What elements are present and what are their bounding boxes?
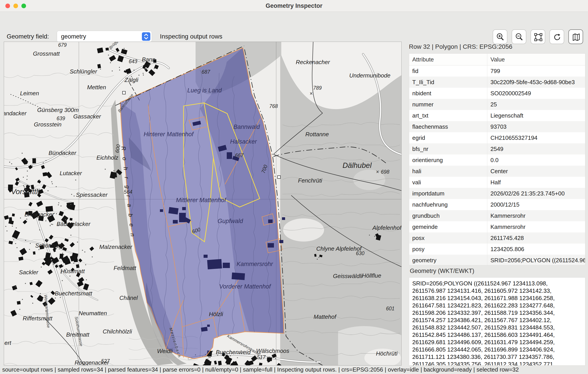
attr-name: hali bbox=[409, 166, 487, 177]
attr-row-nachfuehrung[interactable]: nachfuehrung2000/12/15 bbox=[409, 199, 585, 210]
attr-name: nummer bbox=[409, 99, 487, 110]
map-label: Buechertsmatt bbox=[55, 290, 93, 297]
attr-row-fid[interactable]: fid799 bbox=[409, 65, 585, 77]
map-label: Bündacker bbox=[49, 150, 77, 156]
map-label: × bbox=[310, 91, 313, 96]
attr-name: posx bbox=[409, 232, 487, 244]
map-label: Schürmatt bbox=[35, 242, 62, 249]
attr-row-posy[interactable]: posy1234205.806 bbox=[409, 244, 585, 255]
map-label: 601 bbox=[386, 306, 394, 312]
attr-row-flaechenmass[interactable]: flaechenmass93703 bbox=[409, 121, 585, 132]
attr-row-art_txt[interactable]: art_txtLiegenschaft bbox=[409, 110, 585, 121]
map-label: 639 bbox=[57, 115, 65, 121]
value-column-header: Value bbox=[487, 54, 585, 65]
map-label: Lutacker bbox=[60, 170, 82, 177]
map-label: Chlyne Alpfelehof bbox=[316, 245, 362, 252]
map-label: Spiessacker bbox=[76, 191, 108, 198]
attr-value: 2000/12/15 bbox=[487, 199, 585, 210]
map-label: 527 bbox=[101, 358, 110, 364]
zoom-extent-icon bbox=[534, 33, 543, 42]
map-label: Neumatten bbox=[79, 310, 107, 317]
zoom-extent-button[interactable] bbox=[531, 29, 545, 44]
map-label: Weidli bbox=[157, 348, 173, 354]
map-label: Reckenacher bbox=[296, 59, 330, 65]
map-label: Grossmatt bbox=[33, 50, 60, 57]
wkt-section-label: Geometry (WKT/EWKT) bbox=[410, 268, 474, 274]
zoom-in-button[interactable] bbox=[493, 29, 507, 44]
attr-name: vali bbox=[409, 177, 487, 188]
map-label: 698 bbox=[381, 169, 389, 175]
attr-row-egrid[interactable]: egridCH210655327194 bbox=[409, 132, 585, 143]
map-label: 630 bbox=[356, 250, 365, 256]
attr-row-grundbuch[interactable]: grundbuchKammersrohr bbox=[409, 210, 585, 221]
attr-row-nbident[interactable]: nbidentSO0200002549 bbox=[409, 88, 585, 99]
attr-row-hali[interactable]: haliCenter bbox=[409, 166, 585, 177]
attribute-table[interactable]: Attribute Value fid799T_Ili_Tid30c220f9-… bbox=[409, 53, 585, 265]
map-label: Vorstettli bbox=[11, 187, 40, 196]
map-label: Buechenweid bbox=[216, 349, 251, 355]
window-title: Geometry Inspector bbox=[0, 0, 588, 11]
attr-value: 799 bbox=[487, 65, 585, 77]
geometry-field-select[interactable]: geometry bbox=[57, 31, 152, 42]
basemap-toggle-button[interactable] bbox=[568, 29, 583, 44]
map-label: Hinterer Mattenhof bbox=[144, 131, 194, 138]
map-label: Dälhubel bbox=[343, 161, 372, 169]
attribute-column-header: Attribute bbox=[409, 54, 487, 65]
map-label: Undermunibode bbox=[349, 72, 390, 79]
map-label: Grossstein bbox=[34, 121, 62, 128]
attr-value: 93703 bbox=[487, 121, 585, 132]
map-label: Sackler bbox=[19, 269, 39, 276]
attr-value: Liegenschaft bbox=[487, 110, 585, 121]
map-canvas[interactable]: Grossmatt679Bann643SchlünglerMettlenZälg… bbox=[4, 42, 401, 365]
map-label: Wälschmoos bbox=[256, 347, 289, 354]
attr-row-importdatum[interactable]: importdatum2026/02/26 21:35:23.745+00 bbox=[409, 188, 585, 199]
attr-row-geometry[interactable]: geometrySRID=2056;POLYGON ((2611524.96 bbox=[409, 255, 585, 265]
map-label: 687 bbox=[201, 69, 210, 75]
zoom-out-icon bbox=[515, 33, 524, 42]
attr-row-posx[interactable]: posx2611745.428 bbox=[409, 232, 585, 244]
wkt-text[interactable]: SRID=2056;POLYGON ((2611524.967 1234113.… bbox=[409, 277, 585, 365]
attr-value: 1234205.806 bbox=[487, 244, 585, 255]
map-label: Eichholz bbox=[96, 154, 118, 161]
attr-name: orientierung bbox=[409, 155, 487, 166]
attr-row-bfs_nr[interactable]: bfs_nr2549 bbox=[409, 143, 585, 155]
map-label: Chänel bbox=[119, 294, 138, 301]
map-label: Bann bbox=[142, 56, 156, 63]
map-label: Alpfelenhof bbox=[372, 224, 401, 231]
attr-row-nummer[interactable]: nummer25 bbox=[409, 99, 585, 110]
attr-name: fid bbox=[409, 65, 487, 77]
attr-name: gemeinde bbox=[409, 221, 487, 232]
geometry-inspector-window: { "window": { "title": "Geometry Inspect… bbox=[0, 0, 588, 374]
attr-value: SRID=2056;POLYGON ((2611524.96 bbox=[487, 255, 585, 265]
map-label: Chilchhölzli bbox=[103, 328, 132, 335]
attr-value: 0.0 bbox=[487, 155, 585, 166]
attr-row-vali[interactable]: valiHalf bbox=[409, 177, 585, 188]
attr-value: Half bbox=[487, 177, 585, 188]
zoom-out-button[interactable] bbox=[512, 29, 526, 44]
map-svg[interactable]: Grossmatt679Bann643SchlünglerMettlenZälg… bbox=[4, 42, 401, 365]
attr-value: Kammersrohr bbox=[487, 210, 585, 221]
attr-name: bfs_nr bbox=[409, 143, 487, 155]
attr-name: art_txt bbox=[409, 110, 487, 121]
attr-name: nbident bbox=[409, 88, 487, 99]
map-label: Gupfwald bbox=[218, 218, 243, 224]
map-label: ert bbox=[4, 340, 11, 346]
attr-name: nachfuehrung bbox=[409, 199, 487, 210]
attr-row-gemeinde[interactable]: gemeindeKammersrohr bbox=[409, 221, 585, 232]
attr-row-orientierung[interactable]: orientierung0.0 bbox=[409, 155, 585, 166]
refresh-icon bbox=[553, 33, 562, 42]
mode-text: Inspecting output rows bbox=[160, 33, 222, 40]
refresh-button[interactable] bbox=[549, 29, 564, 44]
map-label: Feldmatt bbox=[114, 265, 136, 271]
dropdown-stepper-icon[interactable] bbox=[142, 32, 150, 41]
map-label: Bäumelacker bbox=[57, 221, 91, 227]
map-label: Hüslimatt bbox=[61, 268, 85, 274]
map-label: Lueg is Land bbox=[187, 87, 222, 94]
attr-value: 2611745.428 bbox=[487, 232, 585, 244]
map-label: Fenchrüti bbox=[298, 177, 323, 184]
attr-row-T_Ili_Tid[interactable]: T_Ili_Tid30c220f9-5bfe-453c-9d68-90be3 bbox=[409, 77, 585, 88]
map-label: 667 bbox=[235, 153, 244, 158]
map-label: Bannwald bbox=[233, 124, 260, 130]
attr-name: T_Ili_Tid bbox=[409, 77, 487, 88]
map-label: Mattehof bbox=[314, 313, 337, 320]
